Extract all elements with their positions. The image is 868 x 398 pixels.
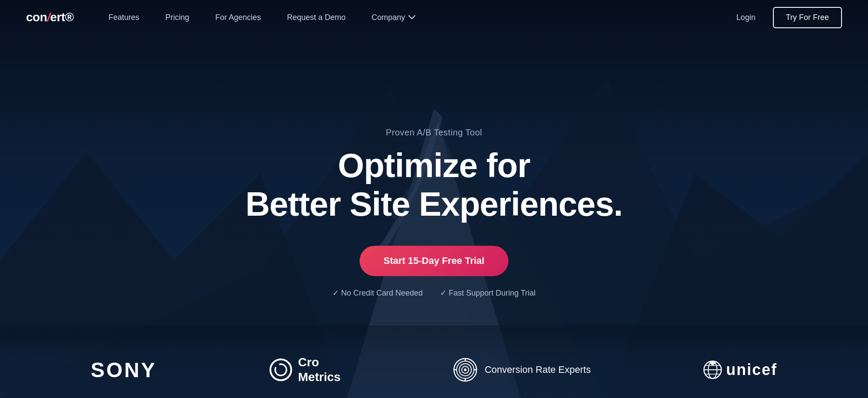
hero-title-line1: Optimize for bbox=[338, 146, 530, 184]
logo-text: con/ert® bbox=[26, 10, 74, 24]
cre-text: Conversion Rate Experts bbox=[485, 364, 591, 375]
svg-point-10 bbox=[275, 364, 286, 375]
login-link[interactable]: Login bbox=[736, 13, 756, 22]
unicef-text: unicef bbox=[703, 360, 777, 380]
hero-title-line2: Better Site Experiences. bbox=[245, 185, 622, 223]
crometrics-icon bbox=[269, 358, 293, 382]
svg-point-9 bbox=[270, 359, 291, 380]
crometrics-logo: Cro Metrics bbox=[269, 355, 341, 384]
hero-title: Optimize for Better Site Experiences. bbox=[245, 146, 622, 224]
nav-right: Login Try For Free bbox=[736, 7, 842, 28]
logo[interactable]: con/ert® bbox=[26, 10, 74, 24]
nav-company[interactable]: Company bbox=[372, 13, 415, 22]
hero-checks: ✓ No Credit Card Needed ✓ Fast Support D… bbox=[245, 288, 622, 298]
nav-links: Features Pricing For Agencies Request a … bbox=[108, 13, 736, 22]
chevron-down-icon bbox=[408, 15, 415, 20]
hero-section: con/ert® Features Pricing For Agencies R… bbox=[0, 0, 868, 398]
logo-suffix: ert bbox=[50, 10, 65, 24]
navbar: con/ert® Features Pricing For Agencies R… bbox=[0, 0, 868, 35]
crometrics-line1: Cro bbox=[298, 355, 341, 370]
nav-company-label: Company bbox=[372, 13, 405, 22]
hero-content: Proven A/B Testing Tool Optimize for Bet… bbox=[245, 128, 622, 298]
cre-icon bbox=[453, 357, 478, 382]
unicef-globe-icon bbox=[703, 360, 723, 380]
try-free-button[interactable]: Try For Free bbox=[773, 7, 842, 28]
cta-trial-button[interactable]: Start 15-Day Free Trial bbox=[360, 246, 508, 276]
crometrics-line2: Metrics bbox=[298, 370, 341, 385]
crometrics-text: Cro Metrics bbox=[298, 355, 341, 384]
logo-prefix: con bbox=[26, 10, 47, 24]
sony-logo: SONY bbox=[91, 358, 157, 382]
nav-features[interactable]: Features bbox=[108, 13, 139, 22]
logos-bar: SONY Cro Metrics bbox=[0, 342, 868, 398]
unicef-logo: unicef bbox=[703, 360, 777, 380]
nav-demo[interactable]: Request a Demo bbox=[287, 13, 345, 22]
check-fast-support: ✓ Fast Support During Trial bbox=[440, 288, 536, 298]
svg-point-15 bbox=[464, 368, 467, 371]
check-no-credit-card: ✓ No Credit Card Needed bbox=[332, 288, 423, 298]
nav-agencies[interactable]: For Agencies bbox=[215, 13, 261, 22]
hero-subtitle: Proven A/B Testing Tool bbox=[245, 128, 622, 138]
nav-pricing[interactable]: Pricing bbox=[165, 13, 189, 22]
cre-logo: Conversion Rate Experts bbox=[453, 357, 591, 382]
logo-slash: / bbox=[47, 10, 50, 24]
sony-text: SONY bbox=[91, 358, 157, 382]
